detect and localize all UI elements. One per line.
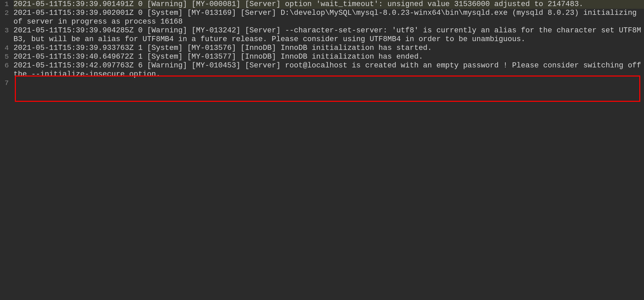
line-text[interactable]: 2021-05-11T15:39:40.649672Z 1 [System] […: [13, 53, 644, 61]
editor-line[interactable]: 42021-05-11T15:39:39.933763Z 1 [System] …: [0, 44, 644, 53]
editor-line[interactable]: 62021-05-11T15:39:42.097763Z 6 [Warning]…: [0, 61, 644, 79]
editor-container: 12021-05-11T15:39:39.901491Z 0 [Warning]…: [0, 0, 644, 300]
line-number: 5: [0, 53, 13, 61]
line-text[interactable]: 2021-05-11T15:39:42.097763Z 6 [Warning] …: [13, 61, 644, 79]
line-text[interactable]: [13, 79, 644, 88]
line-number: 3: [0, 26, 13, 44]
line-number: 6: [0, 61, 13, 79]
line-text[interactable]: 2021-05-11T15:39:39.933763Z 1 [System] […: [13, 44, 644, 53]
line-text[interactable]: 2021-05-11T15:39:39.904285Z 0 [Warning] …: [13, 26, 644, 44]
line-text[interactable]: 2021-05-11T15:39:39.901491Z 0 [Warning] …: [13, 0, 644, 9]
editor-line[interactable]: 7: [0, 79, 644, 88]
editor-line[interactable]: 52021-05-11T15:39:40.649672Z 1 [System] …: [0, 53, 644, 61]
editor-line[interactable]: 32021-05-11T15:39:39.904285Z 0 [Warning]…: [0, 26, 644, 44]
editor-line[interactable]: 22021-05-11T15:39:39.902001Z 0 [System] …: [0, 9, 644, 26]
line-number: 2: [0, 9, 13, 26]
lines-wrapper: 12021-05-11T15:39:39.901491Z 0 [Warning]…: [0, 0, 644, 300]
line-text[interactable]: 2021-05-11T15:39:39.902001Z 0 [System] […: [13, 9, 644, 26]
line-number: 1: [0, 0, 13, 9]
line-number: 7: [0, 79, 13, 88]
line-number: 4: [0, 44, 13, 53]
editor-line[interactable]: 12021-05-11T15:39:39.901491Z 0 [Warning]…: [0, 0, 644, 9]
